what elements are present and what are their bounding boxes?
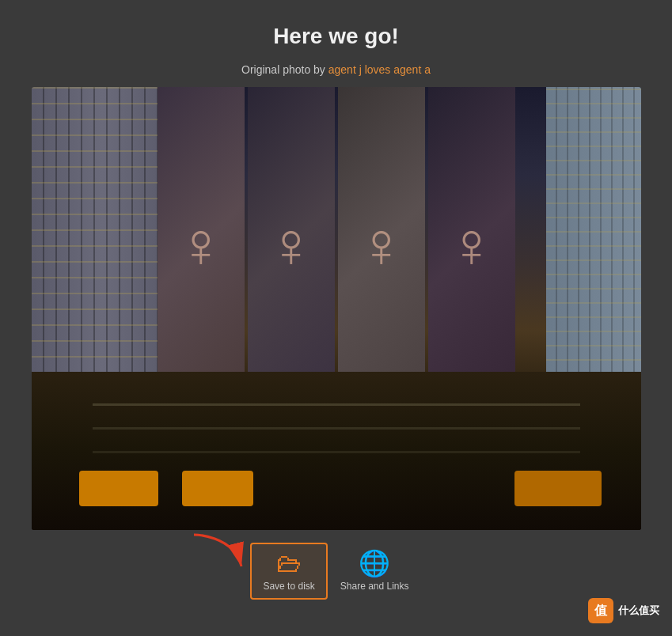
car-1: [79, 471, 158, 506]
action-bar: 🗁 Save to disk 🌐 Share and Links: [32, 543, 641, 600]
save-label: Save to disk: [263, 581, 314, 592]
car-3: [514, 471, 602, 506]
billboard-3: [338, 87, 425, 403]
share-and-links-button[interactable]: 🌐 Share and Links: [328, 543, 422, 600]
save-to-disk-button[interactable]: 🗁 Save to disk: [250, 543, 327, 600]
watermark-logo: 值: [588, 598, 613, 623]
share-label: Share and Links: [340, 581, 409, 592]
street: [32, 372, 641, 530]
credit-line: Original photo by agent j loves agent a: [241, 63, 431, 76]
arrow-indicator: [186, 531, 249, 581]
billboard-2: [248, 87, 335, 403]
building-left: [32, 87, 174, 403]
share-icon: 🌐: [359, 551, 390, 576]
watermark: 值 什么值买: [588, 598, 659, 623]
credit-author-link[interactable]: agent j loves agent a: [328, 63, 431, 76]
building-right: [546, 87, 641, 388]
billboard-1: [158, 87, 245, 403]
watermark-text: 什么值买: [618, 604, 659, 618]
save-icon: 🗁: [276, 551, 302, 576]
billboard-area: [154, 87, 518, 403]
credit-prefix: Original photo by: [241, 63, 328, 76]
main-image: Photo505 Photo505 GAP LOFT LOFT: [32, 87, 641, 530]
page-title: Here we go!: [273, 24, 399, 49]
billboard-4: [428, 87, 515, 403]
car-2: [182, 471, 253, 506]
